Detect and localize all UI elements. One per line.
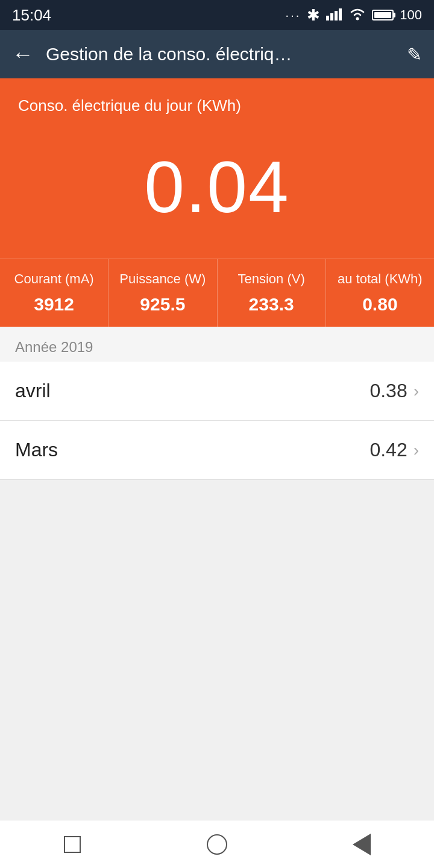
month-name-mars: Mars [15,439,58,461]
battery-icon [372,10,394,20]
stat-courant-value: 3912 [6,294,102,315]
stat-tension: Tension (V) 233.3 [218,259,326,327]
empty-content-area [0,480,434,721]
nav-home-button[interactable] [199,826,235,863]
triangle-icon [353,834,371,855]
stat-total-label: au total (KWh) [332,271,428,287]
status-time: 15:04 [12,6,51,25]
chevron-right-icon-mars: › [414,441,419,460]
battery-percent: 100 [400,7,422,23]
nav-title: Gestion de la conso. électriq… [46,44,398,64]
back-button[interactable]: ← [12,43,34,65]
stat-courant: Courant (mA) 3912 [0,259,108,327]
month-row-avril[interactable]: avril 0.38 › [0,362,434,421]
month-name-avril: avril [15,380,51,402]
stat-total: au total (KWh) 0.80 [326,259,434,327]
nav-back-button[interactable] [344,826,380,863]
stat-tension-value: 233.3 [224,294,319,315]
stat-tension-label: Tension (V) [224,271,319,287]
svg-rect-0 [326,16,329,20]
bottom-nav [0,820,434,868]
chevron-right-icon-avril: › [414,382,419,401]
stats-row: Courant (mA) 3912 Puissance (W) 925.5 Te… [0,259,434,327]
month-value-container-mars: 0.42 › [370,439,419,461]
wifi-icon [349,6,366,25]
header-label: Conso. électrique du jour (KWh) [18,96,416,115]
edit-button[interactable]: ✎ [407,44,422,65]
dots-icon: ··· [286,8,301,22]
svg-rect-3 [339,8,342,20]
status-icons: ··· ✱ 100 [286,6,422,25]
stat-courant-label: Courant (mA) [6,271,102,287]
main-header: Conso. électrique du jour (KWh) 0.04 [0,78,434,259]
signal-icon [326,6,343,25]
month-value-avril: 0.38 [370,380,407,402]
stat-puissance: Puissance (W) 925.5 [108,259,217,327]
nav-square-button[interactable] [54,826,90,863]
year-section: Année 2019 [0,327,434,362]
stat-puissance-value: 925.5 [115,294,210,315]
month-row-mars[interactable]: Mars 0.42 › [0,421,434,480]
month-value-container-avril: 0.38 › [370,380,419,402]
year-label: Année 2019 [15,339,93,355]
svg-rect-2 [335,11,338,20]
main-kwh-value: 0.04 [18,133,416,259]
battery-fill [374,12,391,18]
svg-rect-1 [330,13,333,20]
nav-bar: ← Gestion de la conso. électriq… ✎ [0,30,434,78]
status-bar: 15:04 ··· ✱ 100 [0,0,434,30]
svg-point-4 [356,17,359,20]
bluetooth-icon: ✱ [307,6,320,25]
square-icon [64,836,81,853]
stat-puissance-label: Puissance (W) [115,271,210,287]
circle-icon [207,834,227,855]
stat-total-value: 0.80 [332,294,428,315]
month-value-mars: 0.42 [370,439,407,461]
